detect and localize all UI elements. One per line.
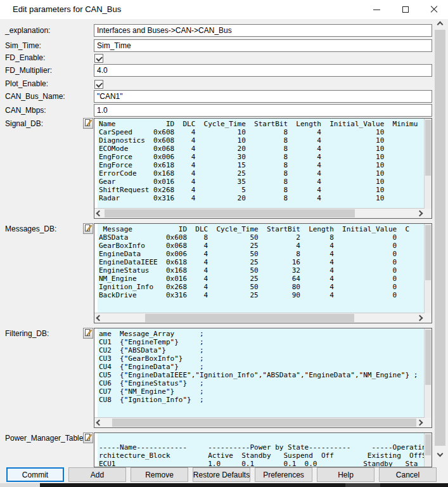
sim-time-input[interactable] [94,39,432,52]
messages-db-scrollbar-corner [425,313,432,323]
power-manager-table-editor[interactable]: -----Name------------ ----------Power by… [99,443,424,467]
filtering-db-scrollbar-corner [425,418,432,427]
can-mbps-input[interactable] [94,104,432,117]
fd-enable-checkbox[interactable] [94,54,103,63]
fd-multiplier-input[interactable] [94,64,432,77]
signal-db-panel: Name ID DLC Cycle_Time StartBit Length I… [94,118,432,219]
window-title: Edit parameters for CAN_Bus [13,4,121,14]
power-manager-table-label: Power_Manager_Table: [5,434,86,443]
filtering-db-panel: ame Message_Array ;CU1 {"EngineTemp"} ;C… [94,328,432,428]
filtering-db-line: CU6 {"EngineStatus"} ; [99,379,424,387]
filtering-db-horizontal-scrollbar[interactable] [94,417,425,427]
filtering-db-line: CU8 {"Ignition_Info"} ; [99,396,424,404]
signal-db-vscroll-thumb[interactable] [425,120,431,176]
power-manager-table-gutter [94,433,98,467]
help-button[interactable]: Help [317,467,374,482]
remove-button[interactable]: Remove [131,467,188,482]
fd-multiplier-label: FD_Multiplier: [5,66,52,75]
messages-db-line: BackDrive 0x316 4 25 90 4 0 [99,291,424,299]
power-manager-table-line: -----Name------------ ----------Power by… [99,443,424,451]
can-bus-name-label: CAN_Bus_Name: [5,92,65,101]
signal-db-vertical-scrollbar[interactable] [424,119,432,209]
signal-db-line: EngForce 0x006 4 30 8 4 10 [99,153,424,161]
checkmark-icon [96,81,102,87]
filtering-db-editor[interactable]: ame Message_Array ;CU1 {"EngineTemp"} ;C… [99,330,424,418]
restore-defaults-button[interactable]: Restore Defaults [193,467,250,482]
chevron-right-icon [417,315,423,321]
filtering-db-line: CU2 {"ABSData"} ; [99,346,424,354]
scroll-right-button[interactable] [415,418,425,427]
fd-enable-label: FD_Enable: [5,53,45,62]
filtering-db-label: Filtering_DB: [5,329,49,338]
messages-db-line: NM_Engine 0x016 4 25 64 4 0 [99,275,424,283]
edit-pencil-icon [85,433,92,443]
explanation-input[interactable] [94,24,432,37]
messages-db-horizontal-scrollbar[interactable] [94,313,425,323]
can-bus-name-input[interactable] [94,90,432,103]
messages-db-panel: Message ID DLC Cycle_Time StartBit Lengt… [94,223,432,323]
chevron-right-icon [417,420,423,426]
signal-db-line: Name ID DLC Cycle_Time StartBit Length I… [99,120,424,128]
signal-db-horizontal-scrollbar[interactable] [94,208,425,218]
filtering-db-line: ame Message_Array ; [99,330,424,338]
cancel-button[interactable]: Cancel [379,467,437,482]
minimize-icon [373,10,380,10]
bottom-strip-mid [345,483,380,487]
scroll-left-button[interactable] [94,313,104,323]
messages-db-gutter [94,224,98,323]
scroll-down-button[interactable] [435,448,445,459]
signal-db-hscroll-thumb[interactable] [105,209,355,218]
maximize-button[interactable] [391,0,419,19]
signal-db-line: ECOMode 0x068 4 20 8 4 10 [99,145,424,153]
close-icon [430,6,438,13]
signal-db-line: Diagnostics 0x608 4 10 8 4 10 [99,136,424,145]
scroll-right-button[interactable] [415,313,425,323]
signal-db-line: EngForce 0x618 4 15 8 4 10 [99,161,424,169]
chevron-left-icon [96,211,103,217]
messages-db-editor[interactable]: Message ID DLC Cycle_Time StartBit Lengt… [99,225,424,313]
power-manager-table-vertical-scrollbar[interactable] [424,433,432,467]
preferences-button[interactable]: Preferences [255,467,312,482]
messages-db-line: GearBoxInfo 0x068 4 25 4 4 0 [99,242,424,250]
plot-enable-checkbox[interactable] [94,80,103,89]
edit-pencil-icon [85,119,92,129]
filtering-db-edit-button[interactable] [83,328,93,339]
chevron-left-icon [96,420,103,426]
chevron-up-icon [437,22,444,28]
signal-db-gutter [94,119,98,218]
edit-pencil-icon [85,328,92,339]
filtering-db-line: CU4 {"EngineData"} ; [99,363,424,371]
messages-db-vertical-scrollbar[interactable] [424,224,432,313]
scroll-up-button[interactable] [435,19,445,30]
signal-db-line: Gear 0x016 4 35 8 4 10 [99,178,424,186]
dialog-scrollbar-thumb[interactable] [435,30,445,446]
dialog-vertical-scrollbar[interactable] [435,19,445,459]
commit-button[interactable]: Commit [6,467,64,482]
power-manager-table-vscroll-thumb[interactable] [425,434,431,455]
scroll-left-button[interactable] [94,209,104,218]
messages-db-vscroll-thumb[interactable] [425,225,431,280]
close-button[interactable] [419,0,448,19]
scroll-right-button[interactable] [415,209,425,218]
messages-db-edit-button[interactable] [83,223,93,234]
messages-db-line: Message ID DLC Cycle_Time StartBit Lengt… [99,225,424,233]
filtering-db-vscroll-thumb[interactable] [425,330,431,385]
signal-db-line: Radar 0x316 4 20 8 4 10 [99,194,424,202]
title-bar: Edit parameters for CAN_Bus [0,0,448,19]
plot-enable-label: Plot_Enable: [5,79,48,88]
explanation-label: _explanation: [5,26,50,35]
filtering-db-hscroll-thumb[interactable] [112,419,416,427]
minimize-button[interactable] [362,0,391,19]
messages-db-line: ABSData 0x608 8 50 2 8 0 [99,233,424,242]
bottom-strip-light [0,483,40,487]
messages-db-hscroll-thumb[interactable] [145,314,354,322]
sim-time-label: Sim_Time: [5,41,41,50]
add-button[interactable]: Add [68,467,126,482]
power-manager-table-line: ECU1 1.0 0.1 0.1 0.0 Standby Sta [99,460,424,467]
power-manager-table-edit-button[interactable] [83,432,93,443]
signal-db-edit-button[interactable] [83,118,93,129]
chevron-down-icon [437,451,444,457]
scroll-left-button[interactable] [94,418,104,427]
signal-db-editor[interactable]: Name ID DLC Cycle_Time StartBit Length I… [99,120,424,209]
filtering-db-vertical-scrollbar[interactable] [424,328,432,418]
